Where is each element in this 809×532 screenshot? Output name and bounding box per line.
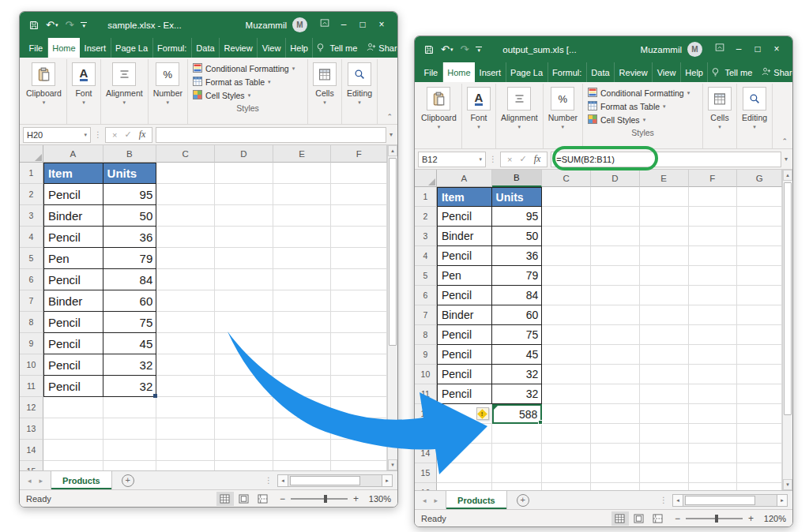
row-header-12[interactable]: 12: [20, 397, 43, 418]
menu-tab-page-la[interactable]: Page La: [111, 38, 153, 58]
cell-e6[interactable]: [640, 286, 689, 305]
cell-f7[interactable]: [331, 290, 387, 312]
prev-sheet-icon[interactable]: ◂: [28, 477, 32, 485]
styles-item-conditional-formatting[interactable]: Conditional Formatting▾: [193, 62, 303, 75]
cell-e12[interactable]: [640, 404, 689, 424]
redo-icon[interactable]: ↷: [65, 19, 73, 31]
cell-e13[interactable]: [640, 424, 689, 444]
cell-d1[interactable]: [591, 187, 640, 207]
zoom-level[interactable]: 120%: [759, 514, 786, 523]
alignment-icon[interactable]: [112, 62, 136, 86]
cell-e11[interactable]: [273, 376, 332, 397]
chevron-down-icon[interactable]: ▾: [438, 124, 441, 130]
page-layout-view-icon[interactable]: [630, 511, 648, 526]
row-header-1[interactable]: 1: [415, 187, 437, 207]
account-name[interactable]: Muzammil: [641, 45, 682, 54]
collapse-ribbon-icon[interactable]: ⌃: [386, 113, 393, 121]
column-header-c[interactable]: C: [542, 170, 591, 187]
row-header-7[interactable]: 7: [20, 290, 43, 312]
maximize-button[interactable]: □: [748, 36, 767, 62]
cell-c5[interactable]: [156, 248, 215, 269]
undo-icon[interactable]: ↶▾: [441, 43, 453, 55]
cell-c9[interactable]: [542, 345, 591, 365]
cell-a7[interactable]: Binder: [437, 305, 492, 325]
cell-c2[interactable]: [542, 207, 591, 227]
cell-f8[interactable]: [331, 312, 387, 333]
menu-tab-file[interactable]: File: [24, 38, 48, 58]
cell-g4[interactable]: [737, 246, 782, 266]
customize-qat-icon[interactable]: ▾: [81, 22, 87, 28]
menu-tab-file[interactable]: File: [420, 62, 443, 82]
menu-tab-data[interactable]: Data: [192, 38, 220, 58]
cell-g1[interactable]: [737, 187, 782, 207]
scroll-thumb[interactable]: [784, 182, 792, 415]
ribbon-group-clipboard[interactable]: Clipboard▾: [21, 59, 67, 124]
row-header-2[interactable]: 2: [415, 207, 437, 227]
cell-g3[interactable]: [737, 227, 782, 246]
cell-f1[interactable]: [689, 187, 738, 207]
cell-b8[interactable]: 75: [103, 312, 157, 333]
scroll-down-icon[interactable]: ▾: [783, 479, 792, 490]
cell-f13[interactable]: [689, 424, 738, 444]
row-header-13[interactable]: 13: [20, 418, 43, 440]
row-header-7[interactable]: 7: [415, 305, 437, 325]
row-header-15[interactable]: 15: [20, 461, 43, 470]
scroll-up-icon[interactable]: ▴: [388, 145, 397, 156]
cell-d9[interactable]: [215, 333, 273, 354]
name-box[interactable]: H20▾: [23, 127, 91, 143]
cell-c11[interactable]: [542, 384, 591, 404]
sheet-grid[interactable]: ABCDEFG1ItemUnits2Pencil953Binder504Penc…: [415, 170, 782, 490]
ribbon-group-clipboard[interactable]: Clipboard▾: [416, 84, 462, 148]
cell-b1[interactable]: Units: [103, 163, 157, 184]
row-header-5[interactable]: 5: [20, 248, 43, 269]
avatar[interactable]: M: [687, 42, 702, 57]
chevron-down-icon[interactable]: ▾: [477, 124, 480, 130]
column-header-e[interactable]: E: [640, 170, 689, 187]
cell-b6[interactable]: 84: [492, 286, 543, 305]
cell-e1[interactable]: [640, 187, 689, 207]
font-icon[interactable]: A: [467, 87, 491, 111]
column-header-b[interactable]: B: [492, 170, 543, 187]
cell-b9[interactable]: 45: [492, 345, 543, 365]
column-header-f[interactable]: F: [331, 145, 387, 163]
cell-a2[interactable]: Pencil: [43, 184, 103, 205]
cell-e2[interactable]: [273, 184, 332, 205]
minimize-button[interactable]: –: [729, 36, 748, 62]
cell-b14[interactable]: [103, 440, 157, 461]
collapse-ribbon-icon[interactable]: ⌃: [781, 137, 788, 145]
cell-b16[interactable]: [492, 483, 543, 490]
cell-f5[interactable]: [689, 266, 738, 286]
cell-a2[interactable]: Pencil: [437, 207, 492, 227]
cell-c13[interactable]: [156, 418, 215, 440]
row-header-14[interactable]: 14: [415, 444, 437, 463]
cell-g7[interactable]: [737, 305, 782, 325]
menu-tab-insert[interactable]: Insert: [475, 62, 506, 82]
save-icon[interactable]: [424, 45, 434, 54]
cell-a8[interactable]: Pencil: [437, 325, 492, 345]
hscroll-thumb[interactable]: [290, 476, 360, 485]
cell-f6[interactable]: [331, 269, 387, 290]
cell-a4[interactable]: Pencil: [43, 227, 103, 248]
column-header-e[interactable]: E: [273, 145, 332, 163]
cell-d12[interactable]: [215, 397, 273, 418]
cell-c10[interactable]: [156, 354, 215, 376]
redo-icon[interactable]: ↷: [460, 43, 468, 55]
editing-icon[interactable]: [348, 62, 371, 86]
cell-d16[interactable]: [591, 483, 640, 490]
cell-b7[interactable]: 60: [103, 290, 157, 312]
normal-view-icon[interactable]: [216, 492, 234, 506]
chevron-down-icon[interactable]: ▾: [82, 99, 85, 106]
cell-c1[interactable]: [156, 163, 215, 184]
cell-c13[interactable]: [542, 424, 591, 444]
cell-e7[interactable]: [640, 305, 689, 325]
tabbar-dots[interactable]: ⋮: [262, 476, 276, 485]
new-sheet-icon[interactable]: +: [122, 474, 134, 487]
cell-a12[interactable]: !: [437, 404, 492, 424]
cell-f9[interactable]: [689, 345, 738, 365]
row-header-8[interactable]: 8: [415, 325, 437, 345]
menu-tab-view[interactable]: View: [258, 38, 286, 58]
styles-item-conditional-formatting[interactable]: Conditional Formatting▾: [588, 86, 698, 99]
cell-d11[interactable]: [591, 384, 640, 404]
cell-f4[interactable]: [331, 227, 387, 248]
cancel-icon[interactable]: ×: [507, 155, 512, 164]
